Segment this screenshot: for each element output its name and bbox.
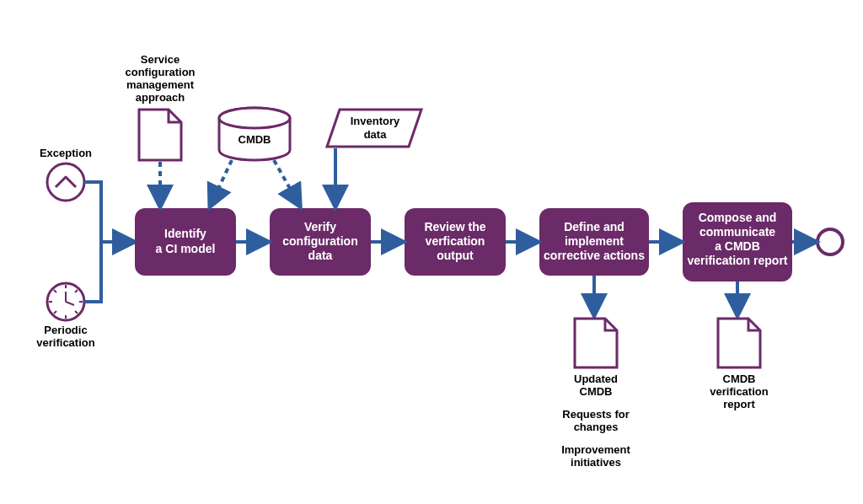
step3-line2: verfication (426, 234, 485, 248)
approach-l1: Service (141, 53, 180, 66)
step5-line3: a CMDB (715, 239, 760, 253)
trigger-merge-line (84, 182, 101, 302)
step4-line3: corrective actions (544, 249, 645, 262)
input-approach-doc: Service configuration management approac… (125, 53, 195, 160)
approach-l2: configuration (125, 66, 195, 78)
approach-l4: approach (136, 91, 185, 104)
svg-point-0 (47, 164, 84, 201)
exception-label: Exception (40, 147, 92, 159)
output-verification-report-doc (718, 319, 760, 367)
periodic-label-2: verification (36, 336, 94, 349)
step3-line1: Review the (424, 220, 485, 233)
step-identify-ci-model: Identify a CI model (135, 208, 236, 276)
step-define-corrective-actions: Define and implement corrective actions (539, 208, 649, 276)
input-cmdb-db: CMDB (219, 108, 290, 160)
cmdb-label: CMDB (239, 133, 271, 146)
step2-line1: Verify (304, 220, 336, 233)
trigger-exception: Exception (40, 147, 92, 201)
trigger-periodic: Periodic verification (36, 283, 94, 349)
step-review-verification-output: Review the verfication output (405, 208, 506, 276)
svg-point-18 (219, 108, 290, 128)
arrow-cmdb-to-s2 (274, 160, 299, 205)
step1-line2: a CI model (156, 242, 216, 255)
arrow-cmdb-to-s1 (211, 160, 232, 205)
step5-line4: verification report (687, 254, 787, 267)
out3-l2: initiatives (571, 456, 621, 469)
step5-line2: communicate (700, 225, 775, 239)
step1-line1: Identify (164, 227, 206, 240)
periodic-label-1: Periodic (44, 324, 87, 336)
output-updated-cmdb-doc (575, 319, 617, 367)
inventory-l1: Inventory (351, 115, 400, 127)
out2-l1: Requests for (562, 408, 629, 421)
step-compose-verification-report: Compose and communicate a CMDB verificat… (683, 202, 792, 281)
out4-l3: report (723, 398, 755, 410)
step2-line3: data (308, 249, 333, 262)
step3-line3: output (437, 249, 474, 262)
input-inventory-data: Inventory data (327, 110, 421, 147)
inventory-l2: data (364, 128, 388, 141)
out4-l1: CMDB (723, 373, 756, 385)
diagram-root: Exception Periodic verification Identify… (0, 0, 863, 504)
step5-line1: Compose and (699, 211, 777, 224)
step4-line1: Define and (564, 220, 624, 233)
step2-line2: configuration (282, 234, 357, 248)
out3-l1: Improvement (561, 443, 630, 456)
step-verify-config-data: Verify configuration data (270, 208, 371, 276)
end-terminator (817, 229, 843, 255)
out1-l1: Updated (574, 373, 618, 385)
out1-l2: CMDB (580, 385, 613, 398)
approach-l3: management (126, 78, 195, 91)
out2-l2: changes (574, 421, 619, 433)
step4-line2: implement (565, 234, 624, 248)
out4-l2: verification (710, 385, 768, 398)
